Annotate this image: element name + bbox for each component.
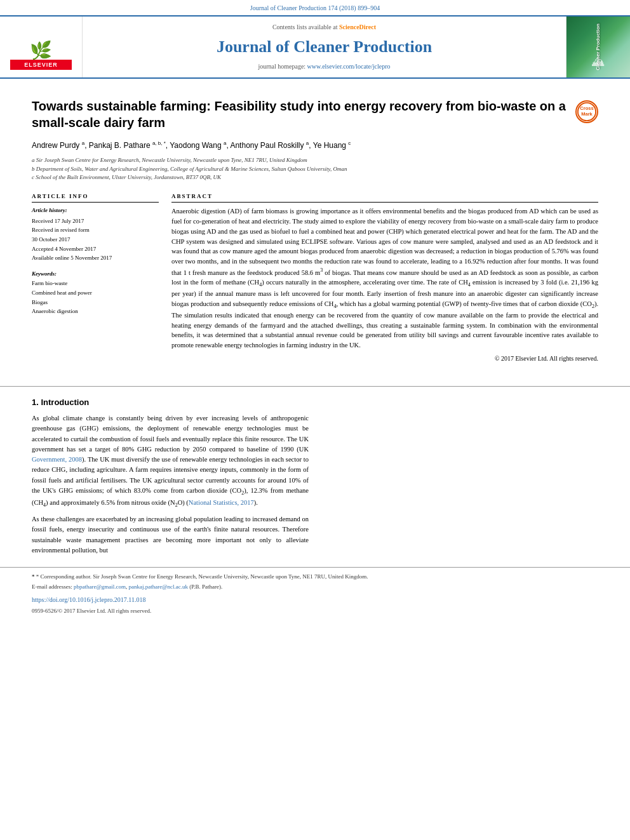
received-revised-date: 30 October 2017 [32,236,159,244]
elsevier-label: ELSEVIER [10,60,72,70]
accepted-date: Accepted 4 November 2017 [32,245,159,253]
corresponding-author-note: * * Corresponding author. Sir Joseph Swa… [32,573,598,581]
intro-paragraph-1: As global climate change is constantly b… [32,413,309,509]
introduction-section: 1. Introduction As global climate change… [0,397,630,561]
article-info-label: ARTICLE INFO [32,192,159,203]
affiliation-b: b Department of Soils, Water and Agricul… [32,165,598,174]
intro-heading: 1. Introduction [32,397,309,408]
journal-title: Journal of Cleaner Production [95,36,553,58]
abstract-column: ABSTRACT Anaerobic digestion (AD) of far… [171,192,598,363]
copyright-notice: © 2017 Elsevier Ltd. All rights reserved… [171,354,598,363]
section-divider [0,386,630,387]
affiliations: a Sir Joseph Swan Centre for Energy Rese… [32,156,598,182]
intro-left-column: 1. Introduction As global climate change… [32,397,309,561]
elsevier-tree-icon: 🌿 [10,42,72,60]
crossmark-icon: Cross Mark [575,100,598,123]
issn-line: 0959-6526/© 2017 Elsevier Ltd. All right… [32,607,598,615]
keywords-section: Keywords: Farm bio-waste Combined heat a… [32,270,159,316]
abstract-label: ABSTRACT [171,192,598,203]
abstract-text: Anaerobic digestion (AD) of farm biomass… [171,206,598,350]
affiliation-a: a Sir Joseph Swan Centre for Energy Rese… [32,156,598,165]
keyword-3: Biogas [32,298,159,307]
keyword-1: Farm bio-waste [32,279,159,288]
keywords-label: Keywords: [32,270,159,278]
available-date: Available online 5 November 2017 [32,254,159,262]
star-symbol: * [32,573,35,580]
crossmark-badge[interactable]: Cross Mark [575,100,598,123]
email-2[interactable]: pankaj.pathare@ncl.ac.uk [129,583,189,590]
history-label: Article history: [32,206,159,215]
gov2008-link[interactable]: Government, 2008 [32,456,82,463]
journal-title-area: Contents lists available at ScienceDirec… [83,17,566,77]
keyword-2: Combined heat and power [32,289,159,297]
doi-link[interactable]: https://doi.org/10.1016/j.jclepro.2017.1… [32,596,598,604]
journal-logo-image: ⛰ Cleaner Production [566,17,630,77]
affiliation-c: c School of the Built Environment, Ulste… [32,173,598,182]
intro-right-column [321,397,598,561]
authors-line: Andrew Purdy a, Pankaj B. Pathare a, b, … [32,140,598,151]
article-title: Towards sustainable farming: Feasibility… [32,98,598,131]
elsevier-logo-box: 🌿 ELSEVIER [0,17,83,77]
journal-logo-text: Cleaner Production [595,23,601,70]
intro-paragraph-2: As these challenges are exacerbated by a… [32,514,309,556]
footnotes: * * Corresponding author. Sir Joseph Swa… [0,567,630,620]
received-date: Received 17 July 2017 [32,217,159,225]
article-title-area: Cross Mark Towards sustainable farming: … [32,98,598,131]
article-info-abstract: ARTICLE INFO Article history: Received 1… [32,192,598,363]
sciencedirect-link[interactable]: ScienceDirect [339,23,376,30]
homepage-link[interactable]: www.elsevier.com/locate/jclepro [307,63,391,70]
svg-text:Mark: Mark [581,111,593,117]
journal-reference: Journal of Cleaner Production 174 (2018)… [0,0,630,15]
keyword-4: Anaerobic digestion [32,307,159,316]
nat-stats-link[interactable]: National Statistics, 2017 [189,499,254,506]
article-info-column: ARTICLE INFO Article history: Received 1… [32,192,159,363]
article-content: Cross Mark Towards sustainable farming: … [0,79,630,376]
sciencedirect-line: Contents lists available at ScienceDirec… [95,23,553,32]
journal-header: 🌿 ELSEVIER Contents lists available at S… [0,15,630,79]
article-history: Article history: Received 17 July 2017 R… [32,206,159,262]
received-revised-label: Received in revised form [32,226,159,234]
journal-homepage: journal homepage: www.elsevier.com/locat… [95,62,553,71]
email-1[interactable]: pbpathare@gmail.com [74,583,126,590]
email-line: E-mail addresses: pbpathare@gmail.com, p… [32,583,598,591]
